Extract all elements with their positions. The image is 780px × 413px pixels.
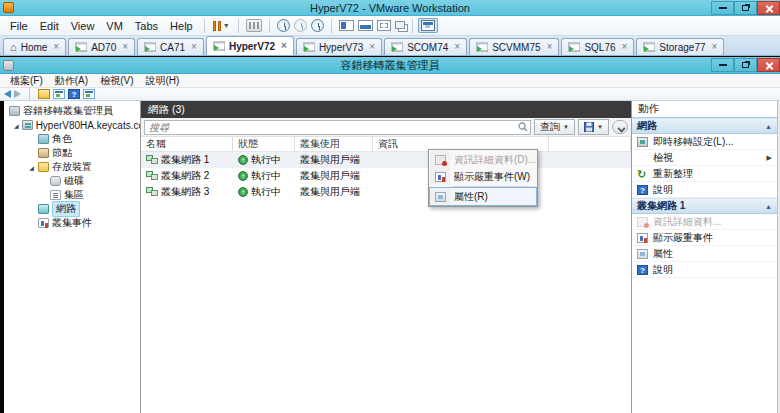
tab-close-icon[interactable]: ×	[712, 42, 718, 52]
fcm-menu-help[interactable]: 說明(H)	[140, 74, 184, 88]
save-query-button[interactable]: ▼	[578, 119, 609, 135]
collapse-search-button[interactable]	[612, 120, 628, 134]
tab-close-icon[interactable]: ×	[122, 42, 128, 52]
vm-icon	[144, 42, 156, 52]
menu-icon-gutter	[430, 168, 450, 185]
fullscreen-icon[interactable]	[377, 20, 391, 31]
tab-close-icon[interactable]: ×	[622, 42, 628, 52]
revert-snapshot-icon[interactable]	[294, 19, 307, 32]
tab-storage77[interactable]: Storage77 ×	[636, 38, 724, 55]
tab-hyperv72-active[interactable]: HyperV72 ×	[206, 36, 294, 55]
tab-ad70[interactable]: AD70 ×	[68, 38, 135, 55]
action-help-cluster-network[interactable]: ? 說明	[632, 262, 777, 278]
tab-scvmm75[interactable]: SCVMM75 ×	[469, 38, 559, 55]
tab-scom74[interactable]: SCOM74 ×	[384, 38, 467, 55]
minimize-button[interactable]	[711, 1, 734, 15]
table-row-cluster-network-2[interactable]: 叢集網路 2 ↑ 執行中 叢集與用戶端	[141, 168, 631, 184]
send-ctrl-alt-del-icon[interactable]	[246, 19, 262, 32]
tree-node-storage[interactable]: ◢ 存放裝置	[4, 160, 140, 174]
action-properties[interactable]: 屬性	[632, 246, 777, 262]
action-help-networks[interactable]: ? 說明	[632, 182, 777, 198]
actions-section-cluster-network-1[interactable]: 叢集網路 1 ▲	[632, 198, 777, 214]
console-view-button[interactable]	[418, 18, 438, 33]
restore-button[interactable]	[734, 1, 757, 15]
actions-pane: 動作 網路 ▲ 即時移轉設定(L)... 檢視 ▶ ↻ 重新整理	[632, 101, 777, 413]
pause-dropdown-caret[interactable]: ▼	[223, 22, 230, 29]
menu-file[interactable]: File	[4, 18, 34, 34]
tree-node-cluster[interactable]: ◢ HyperV80HA.keycats.com	[4, 118, 140, 132]
console-view-icon	[421, 20, 435, 31]
action-view[interactable]: 檢視 ▶	[632, 150, 777, 166]
tree-root-failover-cluster-manager[interactable]: 容錯移轉叢集管理員	[4, 104, 140, 118]
action-show-critical-events[interactable]: 顯示嚴重事件	[632, 230, 777, 246]
save-icon	[584, 122, 594, 132]
tab-close-icon[interactable]: ×	[454, 42, 460, 52]
search-input[interactable]	[144, 120, 531, 135]
tree-node-cluster-events[interactable]: 叢集事件	[4, 216, 140, 230]
forward-icon[interactable]	[14, 90, 21, 98]
status-text: 執行中	[251, 153, 281, 167]
actions-section-networks[interactable]: 網路 ▲	[632, 118, 777, 134]
column-header-status[interactable]: 狀態	[233, 137, 295, 151]
context-menu-show-critical-events[interactable]: 顯示嚴重事件(W)	[430, 168, 536, 185]
tab-close-icon[interactable]: ×	[547, 42, 553, 52]
fcm-menu-file[interactable]: 檔案(F)	[5, 74, 48, 88]
manage-snapshots-icon[interactable]	[311, 19, 324, 32]
show-library-icon[interactable]	[339, 20, 354, 31]
export-list-icon[interactable]	[38, 89, 50, 99]
query-button[interactable]: 查詢 ▼	[534, 119, 575, 135]
show-thumbnail-bar-icon[interactable]	[358, 20, 373, 31]
unity-mode-icon[interactable]	[395, 21, 405, 29]
tab-close-icon[interactable]: ×	[53, 42, 59, 52]
tab-hyperv73[interactable]: HyperV73 ×	[296, 38, 382, 55]
tree-node-roles[interactable]: 角色	[4, 132, 140, 146]
tab-home[interactable]: ⌂ Home ×	[3, 38, 66, 55]
toolbar-separator	[412, 19, 413, 33]
collapse-section-icon[interactable]: ▲	[765, 123, 772, 130]
tab-ca71[interactable]: CA71 ×	[137, 38, 204, 55]
cluster-events-label: 叢集事件	[52, 216, 92, 230]
help-icon[interactable]: ?	[68, 89, 80, 99]
column-header-name[interactable]: 名稱	[141, 137, 233, 151]
toggle-console-tree-icon[interactable]	[53, 89, 65, 99]
fcm-minimize-button[interactable]	[711, 58, 734, 72]
fcm-menu-action[interactable]: 動作(A)	[50, 74, 93, 88]
status-up-icon: ↑	[238, 171, 248, 181]
tree-node-nodes[interactable]: 節點	[4, 146, 140, 160]
menu-tabs[interactable]: Tabs	[129, 18, 164, 34]
tree-node-pools[interactable]: 集區	[4, 188, 140, 202]
action-refresh[interactable]: ↻ 重新整理	[632, 166, 777, 182]
tab-close-icon[interactable]: ×	[281, 41, 287, 51]
pause-vm-button[interactable]: ▼	[210, 20, 233, 32]
menu-view[interactable]: View	[65, 18, 101, 34]
table-row-cluster-network-1[interactable]: 叢集網路 1 ↑ 執行中 叢集與用戶端	[141, 152, 631, 168]
status-up-icon: ↑	[238, 187, 248, 197]
toggle-action-pane-icon[interactable]	[83, 89, 95, 99]
tab-close-icon[interactable]: ×	[369, 42, 375, 52]
tree-node-disks[interactable]: 磁碟	[4, 174, 140, 188]
expander-icon[interactable]: ◢	[28, 164, 35, 171]
tree-node-networks-selected[interactable]: 網路	[4, 202, 140, 216]
menu-icon-gutter	[430, 151, 450, 168]
fcm-menu-view[interactable]: 檢視(V)	[95, 74, 138, 88]
column-header-cluster-use[interactable]: 叢集使用	[295, 137, 373, 151]
status-text: 執行中	[251, 185, 281, 199]
fcm-restore-button[interactable]	[734, 58, 757, 72]
fcm-close-button[interactable]	[757, 58, 780, 72]
menu-edit[interactable]: Edit	[34, 18, 65, 34]
menu-help[interactable]: Help	[164, 18, 199, 34]
table-row-cluster-network-3[interactable]: 叢集網路 3 ↑ 執行中 叢集與用戶端	[141, 184, 631, 200]
take-snapshot-icon[interactable]	[277, 19, 290, 32]
close-button[interactable]	[757, 1, 780, 15]
tab-sql76[interactable]: SQL76 ×	[561, 38, 634, 55]
tab-close-icon[interactable]: ×	[191, 42, 197, 52]
usage-text: 叢集與用戶端	[300, 185, 360, 199]
toolbar-separator	[29, 87, 30, 101]
context-menu-properties[interactable]: 屬性(R)	[430, 188, 536, 205]
table-header: 名稱 狀態 叢集使用 資訊	[141, 137, 631, 152]
expander-icon[interactable]: ◢	[14, 122, 19, 129]
collapse-section-icon[interactable]: ▲	[765, 203, 772, 210]
menu-vm[interactable]: VM	[100, 18, 129, 34]
back-icon[interactable]	[4, 90, 11, 98]
action-live-migration-settings[interactable]: 即時移轉設定(L)...	[632, 134, 777, 150]
